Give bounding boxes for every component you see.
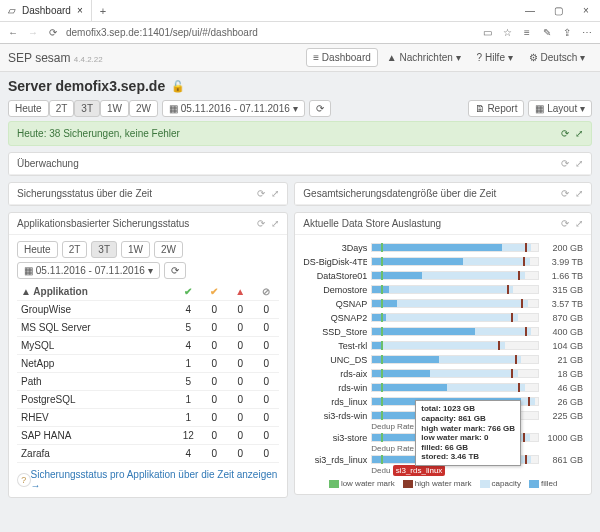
new-tab-button[interactable]: + [92,5,114,17]
window-titlebar: ▱ Dashboard × + — ▢ × [0,0,600,22]
alert-expand-icon[interactable]: ⤢ [575,128,583,139]
hub-icon[interactable]: ≡ [520,27,534,38]
page-icon: ▱ [8,5,16,16]
table-row[interactable]: SAP HANA12000 [17,427,279,445]
panel-total-time: Gesamtsicherungsdatengröße über die Zeit… [294,182,592,206]
alert-refresh-icon[interactable]: ⟳ [561,128,569,139]
share-icon[interactable]: ⇪ [560,27,574,38]
table-row[interactable]: MySQL4000 [17,337,279,355]
forward-icon[interactable]: → [26,27,40,38]
tab-title: Dashboard [22,5,71,16]
ds-row[interactable]: QSNAP2 870 GB [303,311,583,324]
app-table: ▲ Applikation ✔ ✔ ▲ ⊘ GroupWise4000MS SQ… [17,283,279,463]
range-1W[interactable]: 1W [121,241,150,258]
range-Heute[interactable]: Heute [8,100,49,117]
minimize-icon[interactable]: — [516,5,544,16]
panel-refresh-icon[interactable]: ⟳ [561,158,569,169]
status-alert: Heute: 38 Sicherungen, keine Fehler ⟳⤢ [8,121,592,146]
ds-row[interactable]: DS-BigDisk-4TB 3.99 TB [303,255,583,268]
ds-row[interactable]: rds-aix 18 GB [303,367,583,380]
col-warn-icon[interactable]: ✔ [201,283,227,301]
refresh-2[interactable]: ⟳ [164,262,186,279]
range-Heute[interactable]: Heute [17,241,58,258]
panel-app-status: Applikationsbasierter Sicherungsstatus ⟳… [8,212,288,498]
page-title: Server demofix3.sep.de [8,78,165,94]
panel-status-time: Sicherungsstatus über die Zeit ⟳⤢ [8,182,288,206]
app-topbar: SEP sesam 4.4.2.22 ≡ Dashboard ▲ Nachric… [0,44,600,72]
table-row[interactable]: Zarafa4000 [17,445,279,463]
table-row[interactable]: PostgreSQL1000 [17,391,279,409]
nav-nachrichten[interactable]: ▲ Nachrichten ▾ [380,48,468,67]
ds-row[interactable]: QSNAP 3.57 TB [303,297,583,310]
date-range-2[interactable]: ▦ 05.11.2016 - 07.11.2016 ▾ [17,262,160,279]
col-ok-icon[interactable]: ✔ [175,283,201,301]
range-2T[interactable]: 2T [49,100,75,117]
browser-tab[interactable]: ▱ Dashboard × [0,0,92,22]
range-2W[interactable]: 2W [129,100,158,117]
col-app[interactable]: ▲ Applikation [17,283,175,301]
range-3T[interactable]: 3T [91,241,117,258]
report-button[interactable]: 🗎 Report [468,100,525,117]
panel-watch: Überwachung ⟳⤢ [8,152,592,176]
ds-legend: low water mark high water mark capacity … [303,479,583,488]
refresh-icon[interactable]: ⟳ [46,27,60,38]
panel-expand-icon[interactable]: ⤢ [575,158,583,169]
col-block-icon[interactable]: ⊘ [253,283,279,301]
layout-button[interactable]: ▦ Layout ▾ [528,100,592,117]
url-input[interactable] [66,27,474,38]
maximize-icon[interactable]: ▢ [544,5,572,16]
ds-row[interactable]: Demostore 315 GB [303,283,583,296]
star-icon[interactable]: ☆ [500,27,514,38]
close-tab-icon[interactable]: × [77,5,83,16]
table-row[interactable]: MS SQL Server5000 [17,319,279,337]
range-3T[interactable]: 3T [74,100,100,117]
help-icon[interactable]: ? [17,473,31,487]
col-err-icon[interactable]: ▲ [227,283,253,301]
app-detail-link[interactable]: Sicherungsstatus pro Applikation über di… [31,469,280,491]
unlock-icon[interactable]: 🔓 [171,80,185,93]
close-icon[interactable]: × [572,5,600,16]
table-row[interactable]: GroupWise4000 [17,301,279,319]
more-icon[interactable]: ⋯ [580,27,594,38]
ds-row[interactable]: rds-win 46 GB [303,381,583,394]
panel-ds-util: Aktuelle Data Store Auslastung ⟳⤢ 3Days … [294,212,592,495]
ds-row[interactable]: DataStore01 1.66 TB [303,269,583,282]
range-2T[interactable]: 2T [62,241,88,258]
table-row[interactable]: RHEV1000 [17,409,279,427]
nav-dashboard[interactable]: ≡ Dashboard [306,48,378,67]
nav-hilfe[interactable]: ? Hilfe ▾ [470,48,520,67]
date-range[interactable]: ▦ 05.11.2016 - 07.11.2016 ▾ [162,100,305,117]
ds-row[interactable]: SSD_Store 400 GB [303,325,583,338]
alert-text: Heute: 38 Sicherungen, keine Fehler [17,128,180,139]
address-bar: ← → ⟳ ▭ ☆ ≡ ✎ ⇪ ⋯ [0,22,600,44]
range-2W[interactable]: 2W [154,241,183,258]
nav-language[interactable]: ⚙ Deutsch ▾ [522,48,592,67]
back-icon[interactable]: ← [6,27,20,38]
table-row[interactable]: NetApp1000 [17,355,279,373]
ds-row[interactable]: 3Days 200 GB [303,241,583,254]
note-icon[interactable]: ✎ [540,27,554,38]
ds-row[interactable]: Test-rkl 104 GB [303,339,583,352]
ds-row[interactable]: UNC_DS 21 GB [303,353,583,366]
ds-tooltip: total: 1023 GBcapacity: 861 GBhigh water… [415,400,521,466]
reading-icon[interactable]: ▭ [480,27,494,38]
brand: SEP sesam 4.4.2.22 [8,51,103,65]
refresh-range[interactable]: ⟳ [309,100,331,117]
range-1W[interactable]: 1W [100,100,129,117]
table-row[interactable]: Path5000 [17,373,279,391]
